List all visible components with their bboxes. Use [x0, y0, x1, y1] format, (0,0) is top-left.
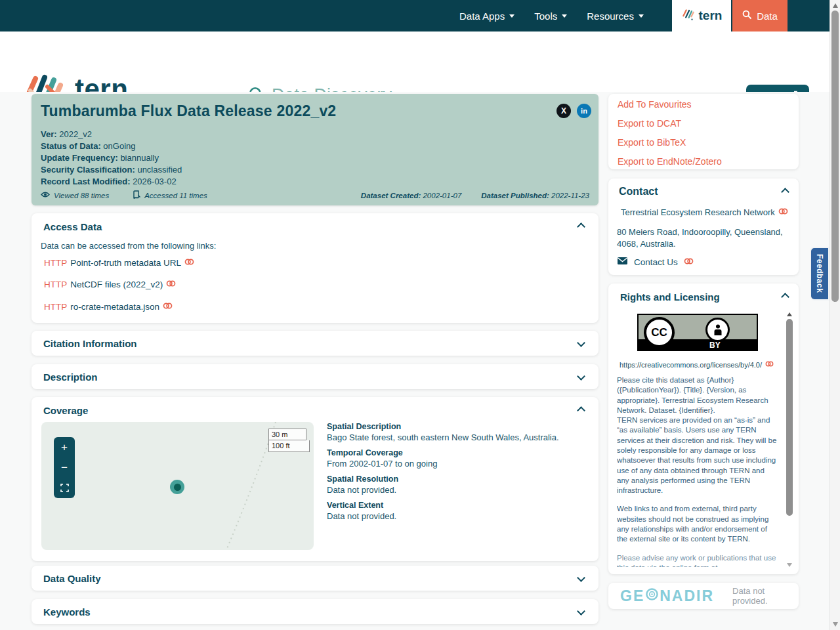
scroll-up-icon[interactable]: [787, 312, 792, 316]
data-button-label: Data: [757, 10, 778, 22]
link-icon: [684, 257, 694, 267]
feedback-tab[interactable]: Feedback: [811, 248, 828, 299]
meta-security: Security Classification: unclassified: [41, 164, 182, 176]
topnav-tools[interactable]: Tools: [534, 10, 567, 22]
dataset-published-label: Dataset Published:: [481, 192, 549, 200]
coverage-fields: Spatial Description Bago State forest, s…: [327, 422, 583, 527]
scale-metric: 30 m: [268, 429, 306, 440]
chevron-down-icon[interactable]: [577, 574, 585, 582]
link-icon: [166, 280, 176, 289]
chevron-up-icon[interactable]: [577, 222, 585, 231]
geonadir-status: Data not provided.: [732, 586, 799, 606]
chevron-up-icon[interactable]: [781, 293, 789, 301]
scroll-down-icon[interactable]: [833, 622, 838, 627]
description-section[interactable]: Description: [32, 364, 598, 389]
dataset-title-card: Tumbarumba Flux Data Release 2022_v2 X i…: [32, 94, 598, 205]
rights-scrollbar-thumb[interactable]: [786, 319, 793, 516]
topnav-resources[interactable]: Resources: [587, 10, 644, 22]
access-link-ro-crate[interactable]: HTTP ro-crate-metadata.json: [44, 302, 173, 312]
tern-home-tab[interactable]: tern: [672, 0, 731, 32]
meta-version: Ver: 2022_v2: [41, 129, 182, 140]
access-link-label: NetCDF files (2022_v2): [70, 280, 163, 289]
contact-us-label: Contact Us: [634, 257, 678, 267]
rights-licensing-card: Rights and Licensing CC BY https://creat…: [608, 284, 799, 574]
contact-us-link[interactable]: Contact Us: [617, 257, 694, 267]
export-bibtex-link[interactable]: Export to BibTeX: [618, 137, 686, 148]
cc-by-badge[interactable]: CC BY: [637, 314, 758, 351]
export-dcat-link[interactable]: Export to DCAT: [618, 118, 681, 129]
geonadir-logo-right: NADIR: [660, 587, 714, 605]
map-marker[interactable]: [170, 480, 184, 494]
meta-version-label: Ver:: [41, 129, 57, 139]
accessed-text: Accessed 11 times: [144, 192, 207, 200]
link-icon: [163, 302, 173, 312]
access-link-netcdf[interactable]: HTTP NetCDF files (2022_v2): [44, 280, 176, 289]
rights-scrollbar[interactable]: [786, 312, 793, 567]
citation-information-section[interactable]: Citation Information: [32, 331, 598, 356]
feedback-tab-label: Feedback: [815, 254, 824, 293]
rights-text[interactable]: Please cite this dataset as {Author} ({P…: [617, 375, 777, 567]
share-linkedin-icon[interactable]: in: [577, 104, 591, 118]
license-url-link[interactable]: https://creativecommons.org/licenses/by/…: [620, 360, 774, 369]
data-quality-section[interactable]: Data Quality: [32, 566, 598, 591]
export-endnote-link[interactable]: Export to EndNote/Zotero: [618, 156, 722, 167]
coverage-section: Coverage + − 30 m 100 ft Spatial Descrip…: [32, 397, 598, 561]
dataset-stats-row: Viewed 88 times Accessed 11 times Datase…: [41, 190, 589, 200]
chevron-down-icon[interactable]: [577, 607, 585, 616]
scroll-up-icon[interactable]: [833, 3, 838, 8]
viewed-stat: Viewed 88 times: [41, 191, 109, 200]
keywords-heading: Keywords: [43, 606, 91, 618]
meta-status-value: onGoing: [103, 141, 135, 151]
chevron-down-icon[interactable]: [577, 372, 585, 381]
map-scale-control: 30 m 100 ft: [268, 429, 310, 452]
citation-instructions: Please cite this dataset as {Author} ({P…: [617, 375, 777, 415]
fullscreen-button[interactable]: [54, 478, 75, 498]
add-to-favourites-link[interactable]: Add To Favourites: [618, 99, 692, 110]
tern-logo-icon: [681, 8, 696, 24]
license-url-text: https://creativecommons.org/licenses/by/…: [620, 361, 762, 369]
topnav-tools-label: Tools: [534, 10, 557, 22]
tern-brand-text: tern: [699, 9, 723, 23]
eye-icon: [41, 191, 50, 200]
dataset-title: Tumbarumba Flux Data Release 2022_v2: [41, 102, 336, 120]
zoom-in-button[interactable]: +: [54, 437, 75, 457]
share-x-icon[interactable]: X: [556, 104, 571, 118]
scroll-down-icon[interactable]: [787, 563, 792, 567]
zoom-out-button[interactable]: −: [54, 457, 75, 478]
access-link-point-of-truth[interactable]: HTTP Point-of-truth metadata URL: [44, 258, 194, 268]
page-scrollbar[interactable]: [830, 0, 840, 630]
temporal-coverage-label: Temporal Coverage: [327, 448, 583, 457]
contact-heading: Contact: [619, 186, 658, 198]
meta-security-label: Security Classification:: [41, 165, 135, 175]
chevron-up-icon[interactable]: [781, 188, 789, 196]
spatial-resolution-label: Spatial Resolution: [327, 474, 583, 484]
page: Data Apps Tools Resources tern Data: [0, 0, 840, 630]
dataset-published-value: 2022-11-23: [551, 192, 589, 200]
topnav-resources-label: Resources: [587, 10, 634, 22]
dataset-dates: Dataset Created: 2002-01-07 Dataset Publ…: [361, 192, 589, 200]
chevron-down-icon[interactable]: [577, 339, 585, 347]
meta-update-frequency-label: Update Frequency:: [41, 153, 118, 163]
dataset-created-label: Dataset Created:: [361, 192, 421, 200]
link-icon: [778, 207, 788, 217]
dataset-created: Dataset Created: 2002-01-07: [361, 192, 461, 200]
chevron-up-icon[interactable]: [577, 406, 585, 415]
accessed-stat: Accessed 11 times: [133, 190, 207, 200]
page-scrollbar-thumb[interactable]: [831, 10, 839, 302]
organisation-link[interactable]: Terrestrial Ecosystem Research Network: [621, 207, 788, 217]
citation-heading: Citation Information: [43, 338, 137, 349]
dataset-published: Dataset Published: 2022-11-23: [481, 192, 589, 200]
meta-last-modified: Record Last Modified: 2026-03-02: [41, 176, 182, 188]
access-data-intro: Data can be accessed from the following …: [41, 241, 216, 251]
protocol-label: HTTP: [44, 302, 67, 312]
coverage-map[interactable]: + − 30 m 100 ft: [41, 422, 314, 550]
chevron-down-icon: [562, 14, 567, 18]
spatial-resolution-value: Data not provided.: [327, 485, 583, 495]
meta-last-modified-label: Record Last Modified:: [41, 177, 131, 186]
site-header: tern Ecosystem Research Infrastructure D…: [0, 32, 830, 92]
contact-card: Contact Terrestrial Ecosystem Research N…: [608, 178, 799, 275]
keywords-section[interactable]: Keywords: [32, 599, 598, 624]
data-portal-button[interactable]: Data: [732, 0, 788, 32]
topnav-data-apps[interactable]: Data Apps: [459, 10, 514, 22]
envelope-icon: [617, 257, 628, 267]
